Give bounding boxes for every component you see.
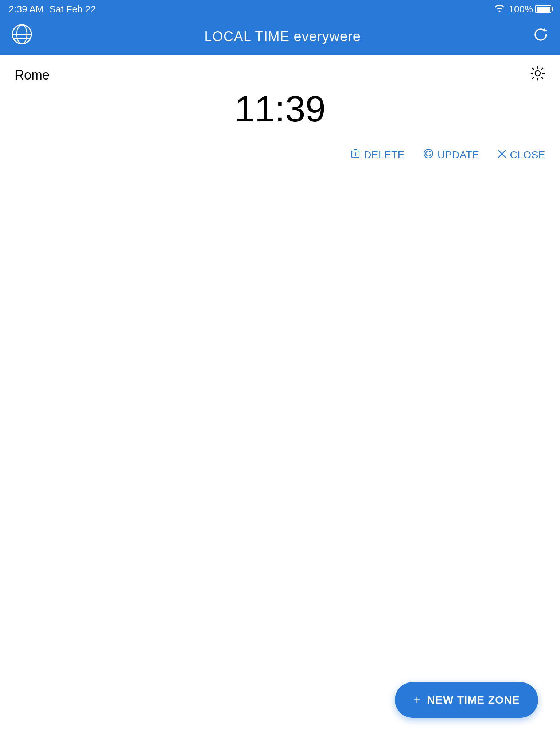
section-divider [0, 169, 560, 169]
battery-container: 100% [509, 4, 552, 15]
fab-label: NEW TIME ZONE [427, 694, 520, 706]
trash-icon [351, 148, 360, 161]
delete-label: DELETE [364, 149, 405, 161]
delete-button[interactable]: DELETE [351, 148, 405, 161]
update-icon [423, 148, 434, 162]
refresh-icon[interactable] [532, 26, 549, 47]
main-content: Rome 11:39 [0, 55, 560, 169]
plus-icon: + [413, 692, 421, 708]
close-button[interactable]: CLOSE [498, 149, 545, 161]
battery-icon [535, 5, 551, 13]
svg-point-12 [424, 149, 433, 158]
gear-icon[interactable] [530, 66, 545, 84]
timezone-time: 11:39 [15, 88, 545, 130]
status-time: 2:39 AM [9, 4, 43, 15]
status-bar-right: 100% [494, 4, 552, 15]
timezone-city: Rome [15, 67, 50, 83]
new-timezone-button[interactable]: + NEW TIME ZONE [395, 682, 538, 718]
status-date: Sat Feb 22 [49, 4, 96, 15]
action-row: DELETE UPDATE CLOSE [0, 141, 560, 169]
wifi-icon [494, 4, 505, 14]
battery-percent: 100% [509, 4, 533, 15]
timezone-card: Rome 11:39 [0, 55, 560, 130]
globe-icon [11, 23, 33, 50]
svg-point-5 [535, 71, 540, 76]
timezone-card-header: Rome [15, 66, 545, 84]
x-icon [498, 149, 506, 161]
close-label: CLOSE [510, 149, 545, 161]
update-button[interactable]: UPDATE [423, 148, 479, 162]
svg-rect-8 [354, 150, 357, 151]
update-label: UPDATE [438, 149, 479, 161]
app-title: LOCAL TIME everywere [204, 29, 361, 44]
app-header: LOCAL TIME everywere [0, 18, 560, 55]
status-bar: 2:39 AM Sat Feb 22 100% [0, 0, 560, 18]
status-bar-left: 2:39 AM Sat Feb 22 [9, 4, 96, 15]
